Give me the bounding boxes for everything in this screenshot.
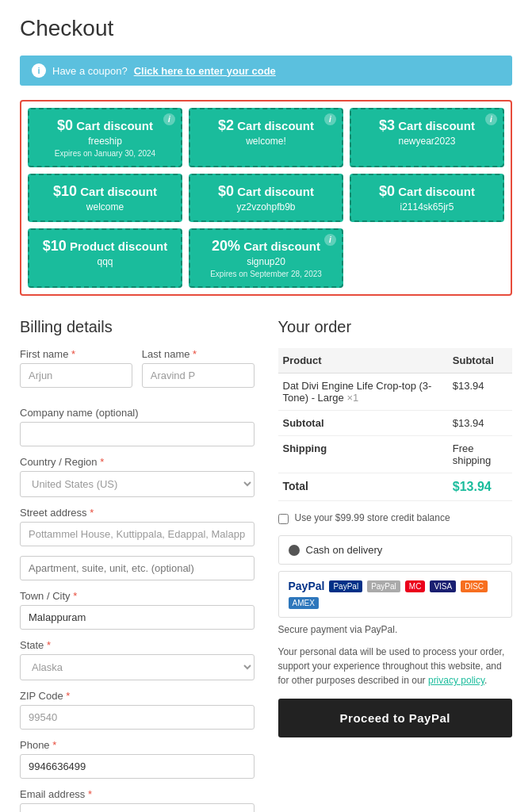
street-group: Street address * <box>20 507 255 546</box>
phone-input[interactable] <box>20 754 255 779</box>
coupon-info-icon: i <box>324 234 336 246</box>
coupon-code: qqq <box>39 256 171 267</box>
company-label: Company name (optional) <box>20 407 255 419</box>
last-name-label: Last name * <box>142 348 255 360</box>
billing-section: Billing details First name * Last name *… <box>20 318 255 812</box>
cod-option[interactable]: Cash on delivery <box>278 535 513 565</box>
coupon-code: signup20 <box>200 256 332 267</box>
coupon-amount: 20% Cart discount <box>200 238 332 255</box>
state-label: State * <box>20 639 255 651</box>
coupon-amount: $0 Cart discount <box>200 183 332 200</box>
coupon-amount: $10 Product discount <box>39 238 171 255</box>
coupons-grid: i $0 Cart discount freeshipExpires on Ja… <box>28 108 504 288</box>
paypal-text: PayPal <box>289 580 325 592</box>
coupon-card-c6[interactable]: $0 Cart discount i2114sk65jr5 <box>350 174 504 222</box>
proceed-button[interactable]: Proceed to PayPal <box>278 699 513 737</box>
country-label: Country / Region * <box>20 456 255 468</box>
coupon-amount: $3 Cart discount <box>361 117 493 134</box>
coupon-card-c5[interactable]: $0 Cart discount yz2vzohpfb9b <box>189 174 343 222</box>
amex-badge: AMEX <box>289 597 319 609</box>
coupon-info-icon: i <box>324 113 336 125</box>
coupon-amount: $10 Cart discount <box>39 183 171 200</box>
coupon-info-icon: i <box>485 113 497 125</box>
first-name-input[interactable] <box>20 363 132 388</box>
last-name-group: Last name * <box>142 348 255 388</box>
order-title: Your order <box>278 318 513 336</box>
cod-radio-dot <box>289 545 300 556</box>
phone-group: Phone * <box>20 739 255 779</box>
country-select[interactable]: United States (US) <box>20 471 255 497</box>
city-label: Town / City * <box>20 590 255 602</box>
street-label: Street address * <box>20 507 255 519</box>
coupon-code: newyear2023 <box>361 136 493 147</box>
payment-section: Cash on delivery PayPal PayPal PayPal MC… <box>278 535 513 737</box>
coupon-amount: $0 Cart discount <box>361 183 493 200</box>
shipping-row: Shipping Free shipping <box>278 436 513 473</box>
paypal-badge-blue: PayPal <box>329 580 362 592</box>
paypal-badge-silver: PayPal <box>367 580 400 592</box>
coupon-expiry: Expires on September 28, 2023 <box>200 270 332 278</box>
zip-group: ZIP Code * <box>20 690 255 730</box>
product-row: Dat Divi Engine Life Crop-top (3-Tone) -… <box>278 373 513 411</box>
coupon-card-c1[interactable]: i $0 Cart discount freeshipExpires on Ja… <box>28 108 182 167</box>
coupon-card-c4[interactable]: $10 Cart discount welcome <box>28 174 182 222</box>
col-subtotal: Subtotal <box>448 348 512 373</box>
total-value: $13.94 <box>448 473 512 501</box>
coupon-amount: $2 Cart discount <box>200 117 332 134</box>
privacy-text: Your personal data will be used to proce… <box>278 645 513 688</box>
apt-group <box>20 556 255 580</box>
store-credit-text: Use your $99.99 store credit balance <box>295 512 450 523</box>
coupon-card-c8[interactable]: i 20% Cart discount signup20Expires on S… <box>189 228 343 288</box>
coupon-banner: i Have a coupon? Click here to enter you… <box>20 56 512 86</box>
info-icon: i <box>32 63 46 78</box>
billing-title: Billing details <box>20 318 255 336</box>
coupon-code: welcome! <box>200 136 332 147</box>
coupon-card-c2[interactable]: i $2 Cart discount welcome! <box>189 108 343 167</box>
coupon-link[interactable]: Click here to enter your code <box>134 65 276 77</box>
subtotal-label: Subtotal <box>278 411 448 436</box>
city-input[interactable] <box>20 605 255 630</box>
paypal-logos: PayPal PayPal PayPal MC VISA DISC AMEX <box>289 580 503 609</box>
zip-label: ZIP Code * <box>20 690 255 702</box>
total-label: Total <box>278 473 448 501</box>
order-table: Product Subtotal Dat Divi Engine Life Cr… <box>278 348 513 501</box>
coupon-code: freeship <box>39 136 171 147</box>
order-section: Your order Product Subtotal Dat Divi Eng… <box>278 318 513 812</box>
secure-text: Secure payment via PayPal. <box>278 624 513 635</box>
state-group: State * Alaska <box>20 639 255 680</box>
email-group: Email address * <box>20 788 255 812</box>
cod-label: Cash on delivery <box>306 544 383 556</box>
state-select[interactable]: Alaska <box>20 654 255 680</box>
coupon-code: i2114sk65jr5 <box>361 201 493 213</box>
shipping-label: Shipping <box>278 436 448 473</box>
company-group: Company name (optional) <box>20 407 255 446</box>
main-content: Billing details First name * Last name *… <box>20 318 512 812</box>
email-input[interactable] <box>20 803 255 812</box>
store-credit-row: Use your $99.99 store credit balance <box>278 512 513 524</box>
last-name-input[interactable] <box>142 363 255 388</box>
zip-input[interactable] <box>20 705 255 730</box>
subtotal-value: $13.94 <box>448 411 512 436</box>
page-title: Checkout <box>20 16 512 41</box>
coupon-code: welcome <box>39 201 171 213</box>
mastercard-badge: MC <box>405 580 426 592</box>
col-product: Product <box>278 348 448 373</box>
product-name: Dat Divi Engine Life Crop-top (3-Tone) -… <box>278 373 448 411</box>
first-name-group: First name * <box>20 348 132 388</box>
coupon-amount: $0 Cart discount <box>39 117 171 134</box>
store-credit-checkbox[interactable] <box>278 514 289 524</box>
discover-badge: DISC <box>461 580 488 592</box>
privacy-link[interactable]: privacy policy <box>428 675 484 686</box>
coupons-wrapper: i $0 Cart discount freeshipExpires on Ja… <box>20 100 512 296</box>
email-label: Email address * <box>20 788 255 800</box>
company-input[interactable] <box>20 422 255 446</box>
apt-input[interactable] <box>20 556 255 580</box>
country-group: Country / Region * United States (US) <box>20 456 255 497</box>
coupon-card-c7[interactable]: $10 Product discount qqq <box>28 228 182 288</box>
product-subtotal: $13.94 <box>448 373 512 411</box>
coupon-card-c3[interactable]: i $3 Cart discount newyear2023 <box>350 108 504 167</box>
street-input[interactable] <box>20 522 255 546</box>
total-row: Total $13.94 <box>278 473 513 501</box>
paypal-option[interactable]: PayPal PayPal PayPal MC VISA DISC AMEX <box>278 571 513 618</box>
visa-badge: VISA <box>430 580 456 592</box>
